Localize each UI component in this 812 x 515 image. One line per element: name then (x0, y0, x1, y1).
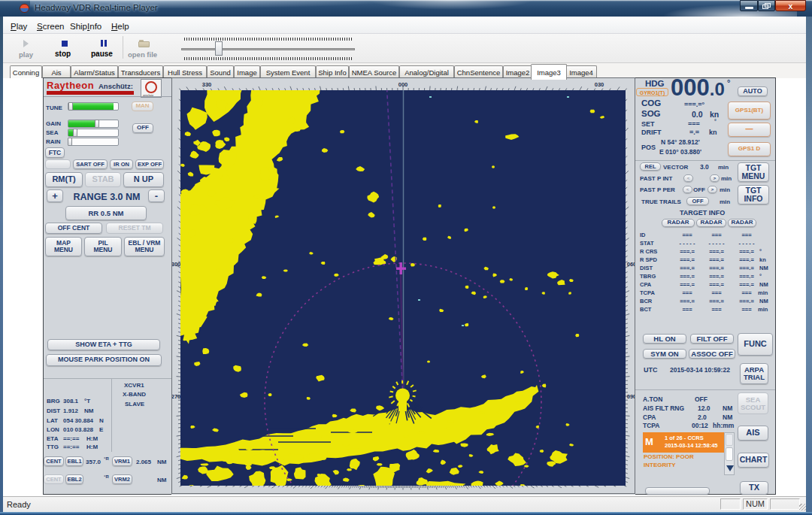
svg-text:060: 060 (627, 261, 635, 268)
svg-text:300: 300 (171, 261, 180, 268)
svg-text:270: 270 (171, 393, 180, 400)
svg-text:090: 090 (627, 393, 635, 400)
svg-text:000: 000 (398, 81, 408, 88)
svg-text:330: 330 (202, 81, 212, 88)
svg-text:030: 030 (595, 81, 604, 88)
